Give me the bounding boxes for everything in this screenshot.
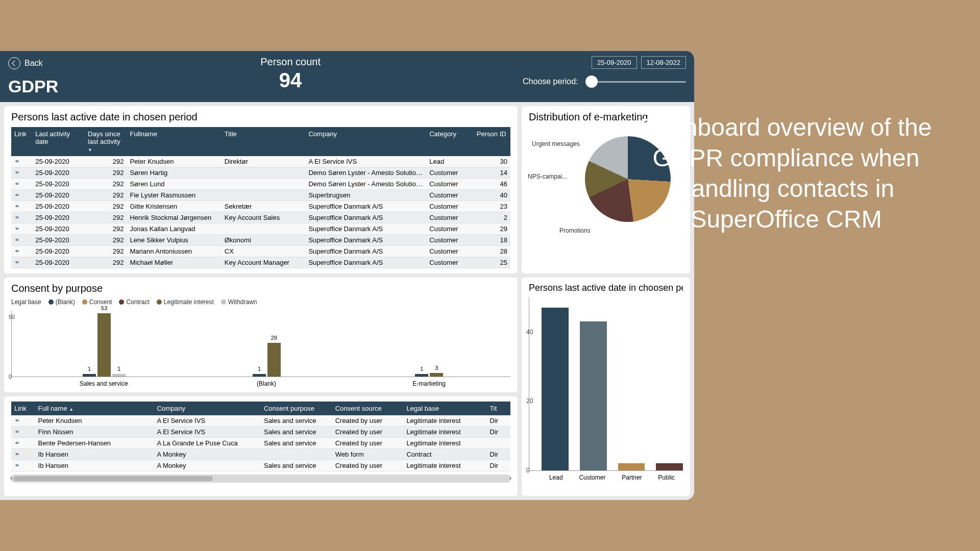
bar[interactable] (618, 463, 645, 470)
link-icon[interactable]: ⚭ (11, 449, 35, 460)
table-row[interactable]: ⚭25-09-2020292Fie Lyster RasmussenSuperb… (11, 190, 510, 201)
table-row[interactable]: ⚭Bente Pedersen-HansenA La Grande Le Pus… (11, 438, 510, 449)
table-row[interactable]: ⚭25-09-2020292Gitte KristensenSekretærSu… (11, 201, 510, 212)
ct-col-purpose[interactable]: Consent purpose (261, 402, 332, 415)
link-icon[interactable]: ⚭ (11, 190, 32, 201)
table-row[interactable]: ⚭25-09-2020292Mariann AntoniussenCXSuper… (11, 246, 510, 257)
cell: Superoffice Danmark A/S (305, 212, 426, 223)
col-fullname[interactable]: Fullname (127, 127, 221, 156)
cell: 292 (85, 212, 127, 223)
date-from[interactable]: 25-09-2020 (592, 56, 637, 69)
date-to[interactable]: 12-08-2022 (641, 56, 687, 69)
scroll-left-icon[interactable]: ‹ (10, 474, 12, 482)
table-row[interactable]: ⚭25-09-2020292Søren HartigDemo Søren Lys… (11, 167, 510, 179)
xlabel: Lead (549, 471, 563, 481)
period-slider[interactable] (587, 81, 686, 83)
ct-col-company[interactable]: Company (154, 402, 261, 415)
bar[interactable] (656, 463, 683, 470)
bar[interactable]: 1 (112, 374, 126, 377)
table-row[interactable]: ⚭Finn NissenA El Service IVSSales and se… (11, 427, 510, 438)
bar[interactable]: 28 (267, 343, 281, 377)
cell: Dir (486, 449, 510, 460)
col-title[interactable]: Title (222, 127, 306, 156)
bar[interactable]: 3 (430, 373, 443, 377)
link-icon[interactable]: ⚭ (11, 167, 32, 179)
table-row[interactable]: ⚭25-09-2020292Henrik Stockmal JørgensenK… (11, 212, 510, 223)
cell: 292 (85, 190, 127, 201)
bar[interactable]: 1 (83, 374, 96, 377)
cell: 292 (85, 223, 127, 235)
bar[interactable] (580, 321, 607, 470)
bar[interactable]: 53 (97, 313, 111, 377)
dashboard-header: Back GDPR Person count 94 25-09-2020 12-… (0, 51, 694, 102)
link-icon[interactable]: ⚭ (11, 179, 32, 190)
link-icon[interactable]: ⚭ (11, 223, 32, 235)
bar[interactable] (542, 308, 569, 470)
cell: Key Account Manager (222, 257, 306, 268)
back-button[interactable]: Back (8, 57, 58, 69)
link-icon[interactable]: ⚭ (11, 235, 32, 246)
link-icon[interactable]: ⚭ (11, 427, 35, 438)
bar-panel-title: Persons last active date in choosen peri… (529, 283, 683, 293)
ytick: 20 (526, 397, 533, 405)
cell: 25-09-2020 (32, 190, 85, 201)
cell: Sekretær (222, 201, 306, 212)
legend-item[interactable]: (Blank) (48, 298, 75, 306)
col-days-since[interactable]: Days since last activity ▼ (85, 127, 127, 156)
cell: Contract (403, 449, 486, 460)
table-row[interactable]: ⚭Ib HansenA MonkeySales and serviceCreat… (11, 460, 510, 471)
link-icon[interactable]: ⚭ (11, 156, 32, 167)
cell: 23 (474, 201, 510, 212)
legend-item[interactable]: Consent (82, 298, 112, 306)
table-row[interactable]: ⚭25-09-2020292Lene Sikker VulpiusØkonomi… (11, 235, 510, 246)
col-person-id[interactable]: Person ID (474, 127, 510, 156)
table-row[interactable]: ⚭Peter KnudsenA El Service IVSSales and … (11, 415, 510, 427)
link-icon[interactable]: ⚭ (11, 246, 32, 257)
ct-col-legalbase[interactable]: Legal base (403, 402, 486, 415)
bar[interactable]: 1 (253, 374, 266, 377)
persons-table: Link Last activity date Days since last … (11, 127, 510, 268)
link-icon[interactable]: ⚭ (11, 212, 32, 223)
ct-col-link[interactable]: Link (11, 402, 35, 415)
table-row[interactable]: ⚭25-09-2020292Søren LundDemo Søren Lyste… (11, 179, 510, 190)
data-label: 1 (117, 366, 120, 372)
bar-xlabels: LeadCustomerPartnerPublic (529, 471, 683, 481)
bar-cluster: 1531 (23, 311, 185, 377)
legend-item[interactable]: Legitimate interest (157, 298, 214, 306)
data-label: 53 (101, 305, 107, 311)
link-icon[interactable]: ⚭ (11, 257, 32, 268)
link-icon[interactable]: ⚭ (11, 460, 35, 471)
table-row[interactable]: ⚭Ib HansenA MonkeyWeb formContractDir (11, 449, 510, 460)
cell: Created by user (332, 427, 404, 438)
date-range-boxes: 25-09-2020 12-08-2022 (592, 56, 686, 69)
cell: Customer (426, 235, 474, 246)
cell: Ib Hansen (35, 449, 154, 460)
xlabel: Public (658, 471, 675, 481)
col-last-activity-date[interactable]: Last activity date (32, 127, 85, 156)
cell: Legitimate interest (403, 427, 486, 438)
cell: Finn Nissen (35, 427, 154, 438)
ct-col-fullname[interactable]: Full name ▲ (35, 402, 154, 415)
cell: 14 (474, 167, 510, 179)
legend-item[interactable]: Withdrawn (221, 298, 257, 306)
table-row[interactable]: ⚭25-09-2020292Michael MøllerKey Account … (11, 257, 510, 268)
col-link[interactable]: Link (11, 127, 32, 156)
ct-col-source[interactable]: Consent source (332, 402, 404, 415)
link-icon[interactable]: ⚭ (11, 201, 32, 212)
cell: CX (222, 246, 306, 257)
horizontal-scrollbar[interactable]: ‹ › (11, 474, 510, 483)
link-icon[interactable]: ⚭ (11, 438, 35, 449)
cell: Michael Møller (127, 257, 221, 268)
slider-thumb-icon[interactable] (585, 76, 598, 88)
bar[interactable]: 1 (415, 374, 428, 377)
ct-col-tit[interactable]: Tit (486, 402, 510, 415)
link-icon[interactable]: ⚭ (11, 415, 35, 427)
cell: Lene Sikker Vulpius (127, 235, 221, 246)
table-row[interactable]: ⚭25-09-2020292Jonas Kallan LangvadSupero… (11, 223, 510, 235)
table-row[interactable]: ⚭25-09-2020292Peter KnudsenDirektørA El … (11, 156, 510, 167)
col-category[interactable]: Category (426, 127, 474, 156)
cell: 25-09-2020 (32, 156, 85, 167)
col-company[interactable]: Company (305, 127, 426, 156)
scroll-right-icon[interactable]: › (509, 474, 511, 482)
legend-item[interactable]: Contract (119, 298, 149, 306)
